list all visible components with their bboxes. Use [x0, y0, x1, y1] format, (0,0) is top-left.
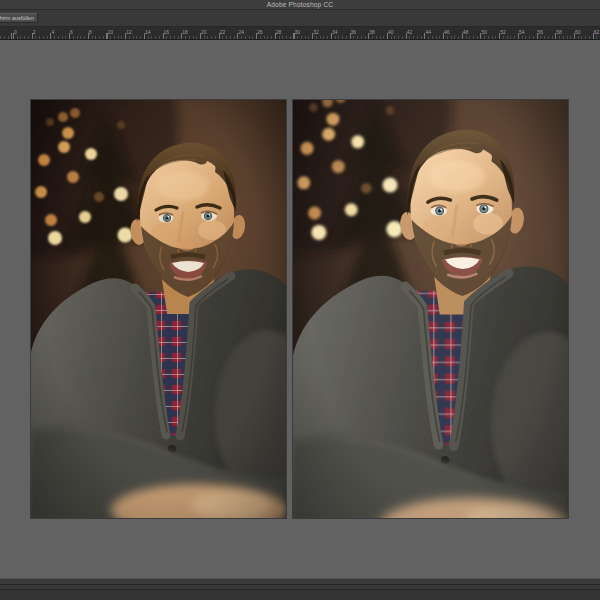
- ruler-label: 34: [332, 29, 338, 35]
- ruler-label: 4: [51, 29, 54, 35]
- ruler-label: 38: [369, 29, 375, 35]
- ruler-label: 50: [482, 29, 488, 35]
- ruler-label: 28: [276, 29, 282, 35]
- photoshop-window: Adobe Photoshop CC chirm ausfüllen 02468…: [0, 0, 600, 600]
- photo-before[interactable]: [31, 100, 286, 518]
- titlebar: Adobe Photoshop CC: [0, 0, 600, 10]
- ruler-label: 62: [594, 29, 600, 35]
- ruler-label: 18: [182, 29, 188, 35]
- ruler-label: 0: [14, 29, 17, 35]
- ruler-label: 12: [126, 29, 132, 35]
- ruler-label: 56: [538, 29, 544, 35]
- options-bar: chirm ausfüllen: [0, 10, 600, 27]
- ruler-label: 42: [407, 29, 413, 35]
- ruler-label: 6: [70, 29, 73, 35]
- ruler-label: 8: [89, 29, 92, 35]
- bottom-window-chrome: [0, 578, 600, 600]
- ruler-label: 30: [295, 29, 301, 35]
- fill-screen-button[interactable]: chirm ausfüllen: [0, 13, 38, 23]
- portrait-after-illustration: [293, 100, 568, 518]
- ruler-label: 46: [444, 29, 450, 35]
- portrait-before-illustration: [31, 100, 286, 518]
- ruler-label: 16: [164, 29, 170, 35]
- window-title: Adobe Photoshop CC: [0, 0, 600, 9]
- ruler-label: 20: [201, 29, 207, 35]
- ruler-label: 54: [519, 29, 525, 35]
- ruler-label: 44: [425, 29, 431, 35]
- ruler-label: 14: [145, 29, 151, 35]
- ruler-label: 10: [108, 29, 114, 35]
- ruler-label: 26: [257, 29, 263, 35]
- ruler-label: 48: [463, 29, 469, 35]
- ruler-label: 36: [351, 29, 357, 35]
- ruler-label: 58: [556, 29, 562, 35]
- ruler-label: 52: [500, 29, 506, 35]
- horizontal-ruler[interactable]: 0246810121416182022242628303234363840424…: [0, 27, 600, 40]
- ruler-label: 60: [575, 29, 581, 35]
- ruler-label: 32: [313, 29, 319, 35]
- ruler-label: 22: [220, 29, 226, 35]
- photo-after[interactable]: [293, 100, 568, 518]
- ruler-label: 40: [388, 29, 394, 35]
- canvas-area[interactable]: [0, 40, 600, 578]
- open-document: [31, 100, 568, 518]
- ruler-label: 2: [33, 29, 36, 35]
- ruler-label: 24: [238, 29, 244, 35]
